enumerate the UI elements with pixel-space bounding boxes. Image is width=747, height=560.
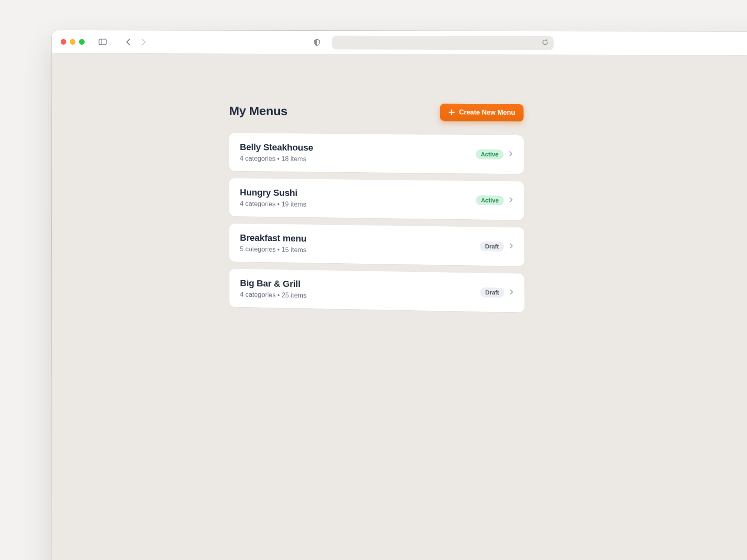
browser-window: My Menus Create New Menu Belly Steakhous… bbox=[51, 30, 747, 560]
menu-card[interactable]: Big Bar & Grill 4 categories • 25 items … bbox=[229, 269, 524, 312]
nav-back-button[interactable] bbox=[122, 36, 134, 48]
fullscreen-window-button[interactable] bbox=[79, 39, 84, 44]
chevron-left-icon bbox=[126, 38, 131, 46]
content-container: My Menus Create New Menu Belly Steakhous… bbox=[229, 102, 524, 312]
menu-card[interactable]: Breakfast menu 5 categories • 15 items D… bbox=[229, 224, 524, 266]
status-badge: Active bbox=[476, 195, 504, 205]
url-bar[interactable] bbox=[332, 35, 554, 50]
privacy-shield-button[interactable] bbox=[311, 36, 323, 48]
browser-titlebar bbox=[52, 30, 747, 56]
reload-button[interactable] bbox=[542, 39, 549, 47]
sidebar-toggle-button[interactable] bbox=[96, 36, 109, 48]
create-button-label: Create New Menu bbox=[459, 108, 515, 116]
chevron-right-icon bbox=[509, 289, 514, 296]
page-header: My Menus Create New Menu bbox=[229, 102, 524, 121]
nav-forward-button[interactable] bbox=[138, 36, 150, 48]
shield-icon bbox=[314, 38, 320, 46]
reload-icon bbox=[542, 39, 548, 46]
chevron-right-icon bbox=[509, 151, 513, 158]
plus-icon bbox=[448, 109, 455, 116]
minimize-window-button[interactable] bbox=[70, 39, 75, 44]
window-controls bbox=[61, 39, 85, 45]
menu-name: Belly Steakhouse bbox=[240, 142, 313, 153]
menu-name: Breakfast menu bbox=[240, 233, 307, 244]
menu-name: Big Bar & Grill bbox=[240, 278, 307, 290]
create-new-menu-button[interactable]: Create New Menu bbox=[440, 103, 523, 121]
status-badge: Active bbox=[476, 149, 504, 159]
page-content: My Menus Create New Menu Belly Steakhous… bbox=[51, 53, 747, 560]
menu-subtitle: 4 categories • 25 items bbox=[240, 291, 307, 299]
menu-card[interactable]: Belly Steakhouse 4 categories • 18 items… bbox=[229, 133, 524, 174]
sidebar-icon bbox=[99, 38, 107, 45]
menu-name: Hungry Sushi bbox=[240, 187, 306, 198]
menu-subtitle: 5 categories • 15 items bbox=[240, 245, 307, 254]
menu-list: Belly Steakhouse 4 categories • 18 items… bbox=[229, 133, 524, 313]
menu-subtitle: 4 categories • 18 items bbox=[240, 155, 313, 163]
chevron-right-icon bbox=[141, 38, 146, 46]
status-badge: Draft bbox=[480, 287, 504, 298]
menu-subtitle: 4 categories • 19 items bbox=[240, 200, 306, 208]
chevron-right-icon bbox=[509, 197, 513, 204]
status-badge: Draft bbox=[480, 242, 504, 252]
menu-card[interactable]: Hungry Sushi 4 categories • 19 items Act… bbox=[229, 178, 524, 220]
close-window-button[interactable] bbox=[61, 39, 66, 44]
chevron-right-icon bbox=[509, 243, 513, 250]
svg-rect-0 bbox=[99, 39, 107, 44]
page-title: My Menus bbox=[229, 104, 288, 118]
